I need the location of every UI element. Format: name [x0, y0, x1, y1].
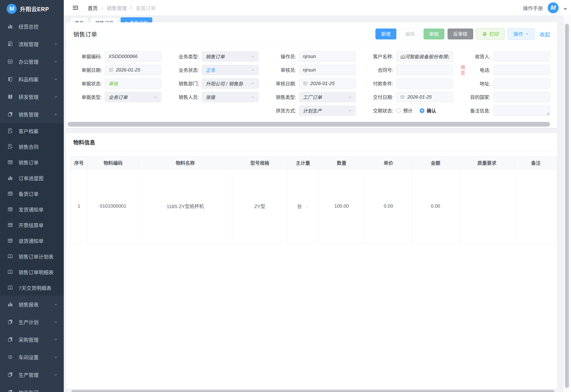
radio-confirmed[interactable]: 确认 — [420, 107, 436, 114]
sidebar-item-invoice-settlement[interactable]: 开票结算单 — [0, 217, 64, 233]
field-label: 目的国家: — [459, 94, 494, 100]
cell-quality — [459, 169, 515, 243]
field-operator: 操作员: njrsun — [265, 51, 356, 62]
operator-input[interactable]: njrsun — [299, 51, 356, 62]
cell-qty: 100.00 — [318, 169, 365, 243]
sidebar-item-sales-contracts[interactable]: 销售合同 — [0, 139, 64, 154]
address-input[interactable] — [494, 78, 550, 89]
bill-type-select[interactable]: 业务订单 — [105, 92, 161, 102]
sidebar-item-production-plan[interactable]: 生产计划 — [0, 313, 64, 331]
unaudit-button[interactable]: 反审核 — [448, 28, 473, 40]
bill-code-input[interactable]: XSDD000066 — [105, 51, 161, 62]
sidebar-item-order-detail-report[interactable]: 销售订单明细表 — [0, 264, 64, 280]
sidebar-item-customer-archive[interactable]: 客户档案 — [0, 123, 64, 139]
sidebar-item-purchasing[interactable]: 采购管理 — [0, 331, 64, 348]
field-value: 业务订单 — [108, 94, 128, 100]
bill-status-input[interactable]: 审核 — [105, 78, 161, 89]
remarks-textarea[interactable] — [494, 105, 550, 116]
sidebar-item-sales-reports[interactable]: 销售报表 — [0, 295, 64, 313]
sidebar-item-workshop-settings[interactable]: 车间设置 — [0, 348, 64, 366]
printer-icon — [482, 31, 487, 37]
field-delivery-status: 交期状态: 预计 确认 — [362, 105, 453, 116]
preview-vertical-tag[interactable]: 预览 — [459, 65, 465, 76]
audit-date-picker[interactable]: 2026-01-25 — [299, 78, 356, 89]
sidebar-item-materials-archive[interactable]: 料品档案 — [0, 70, 64, 88]
sidebar-item-sales-orders[interactable]: 销售订单 — [0, 154, 64, 170]
field-label: 销售人员: — [167, 94, 202, 100]
receiver-input[interactable] — [494, 51, 550, 62]
table-row: 1 0101000001 118S ZY型纸杯机 ZY型 台 100.00 0.… — [70, 169, 557, 243]
col-spec: 型号规格 — [232, 156, 288, 169]
sidebar-item-label: 销售订单计划表 — [18, 253, 58, 260]
sidebar-item-office[interactable]: 办公管理 — [0, 53, 64, 70]
vertical-scrollbar-track — [564, 16, 571, 392]
table-icon — [7, 238, 13, 244]
chart-icon — [7, 23, 13, 29]
radio-estimated[interactable]: 预计 — [396, 107, 413, 114]
sidebar-item-sales[interactable]: 销售管理 — [0, 105, 64, 123]
sidebar-item-production-mgmt[interactable]: 生产管理 — [0, 366, 64, 383]
field-value: 2026-01-25 — [116, 67, 140, 73]
chevron-down-icon — [305, 205, 309, 208]
field-customer: 客户名称: 山河智能装备股份有限公司 — [362, 51, 453, 62]
collapse-link[interactable]: 收起 — [540, 30, 550, 38]
sidebar-item-stock-orders[interactable]: 备货订单 — [0, 186, 64, 201]
chevron-down-icon — [251, 68, 255, 72]
field-supply-mode: 供货方式: 计划生产 — [265, 105, 356, 116]
sidebar-item-label: 发货通知单 — [18, 206, 58, 213]
supply-mode-select[interactable]: 计划生产 — [299, 105, 356, 116]
cell-amount: 0.00 — [412, 169, 459, 243]
sidebar-item-process[interactable]: 流程管理 — [0, 35, 64, 53]
manual-link[interactable]: 操作手册 — [523, 4, 543, 11]
sidebar-item-label: 生产管理 — [18, 371, 54, 378]
audit-button[interactable]: 审核 — [423, 28, 444, 40]
sidebar-item-dashboard[interactable]: 经营总控 — [0, 18, 64, 35]
print-button[interactable]: 打印 — [476, 28, 505, 40]
payment-terms-input[interactable] — [396, 78, 453, 89]
field-value: 升阳公司 / 销售部 — [206, 80, 243, 87]
sidebar-item-order-plan-report[interactable]: 销售订单计划表 — [0, 249, 64, 264]
app-logo[interactable]: M 升阳云ERP — [0, 0, 64, 18]
biz-type-select[interactable]: 销售订单 — [202, 51, 258, 62]
breadcrumb-home[interactable]: 首页 — [88, 4, 98, 11]
cell-unit-select[interactable]: 台 — [288, 169, 318, 243]
bottom-horizontal-scrollbar[interactable] — [71, 390, 554, 392]
salesperson-select[interactable]: 张键 — [202, 92, 258, 102]
phone-input[interactable] — [494, 65, 550, 75]
add-button[interactable]: 新增 — [376, 28, 396, 40]
sidebar-item-order-progress[interactable]: 订单进度图 — [0, 170, 64, 186]
menu-fold-icon[interactable] — [72, 4, 79, 11]
sidebar-item-return-notice[interactable]: 退货通知单 — [0, 233, 64, 249]
sidebar-item-shipping-notice[interactable]: 发货通知单 — [0, 201, 64, 217]
form-horizontal-scrollbar[interactable] — [68, 122, 550, 127]
cell-seq: 1 — [70, 169, 88, 243]
sidebar-item-processing-workshop[interactable]: 加工车间 — [0, 383, 64, 392]
field-label: 交付日期: — [362, 94, 396, 100]
sidebar-item-label: 销售订单明细表 — [18, 268, 58, 276]
sales-dept-select[interactable]: 升阳公司 / 销售部 — [202, 78, 258, 89]
actions-label: 操作 — [513, 30, 523, 37]
auditor-input[interactable]: njrsun — [299, 65, 356, 75]
breadcrumb-sales[interactable]: 销售管理 — [107, 4, 127, 11]
sidebar-item-rnd[interactable]: 研发管理 — [0, 88, 64, 105]
biz-status-select[interactable]: 正常 — [202, 65, 258, 75]
contract-no-input[interactable] — [396, 65, 453, 75]
delivery-date-picker[interactable]: 2026-01-25 — [396, 92, 453, 102]
sales-type-select[interactable]: 工厂订单 — [299, 92, 356, 102]
col-qty: 数量 — [318, 156, 365, 169]
resize-grip-icon[interactable] — [546, 112, 549, 115]
edit-button[interactable]: 编辑 — [399, 28, 421, 40]
chevron-down-icon — [54, 95, 58, 99]
customer-input[interactable]: 山河智能装备股份有限公司 — [396, 51, 453, 62]
dest-country-input[interactable] — [494, 92, 550, 102]
field-value: 2026-01-25 — [310, 81, 334, 86]
vertical-scrollbar-thumb[interactable] — [565, 24, 569, 388]
user-menu-caret-icon[interactable] — [563, 8, 567, 10]
bill-date-picker[interactable]: 2026-01-25 — [105, 65, 161, 75]
panel-title: 销售订单 — [73, 30, 97, 38]
sidebar-item-7day-delivery-report[interactable]: 7天交货明细表 — [0, 280, 64, 295]
avatar[interactable]: M — [548, 2, 559, 13]
breadcrumb-current: 查看订单 — [136, 4, 156, 11]
sidebar-item-label: 加工车间 — [18, 389, 54, 392]
actions-dropdown-button[interactable]: 操作 — [508, 28, 535, 40]
